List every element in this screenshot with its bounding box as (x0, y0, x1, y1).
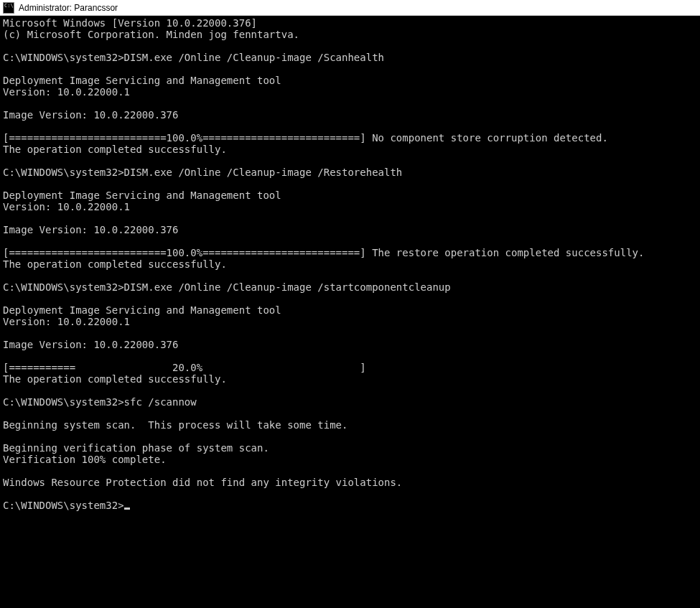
window-title: Administrator: Parancssor (19, 3, 118, 13)
titlebar[interactable]: Administrator: Parancssor (0, 0, 700, 16)
terminal-prompt: C:\WINDOWS\system32> (3, 500, 124, 511)
cmd-icon (3, 2, 14, 14)
terminal-output[interactable]: Microsoft Windows [Version 10.0.22000.37… (0, 16, 700, 608)
cmd-window: Administrator: Parancssor Microsoft Wind… (0, 0, 700, 608)
terminal-lines: Microsoft Windows [Version 10.0.22000.37… (3, 17, 644, 488)
cursor (124, 508, 130, 510)
